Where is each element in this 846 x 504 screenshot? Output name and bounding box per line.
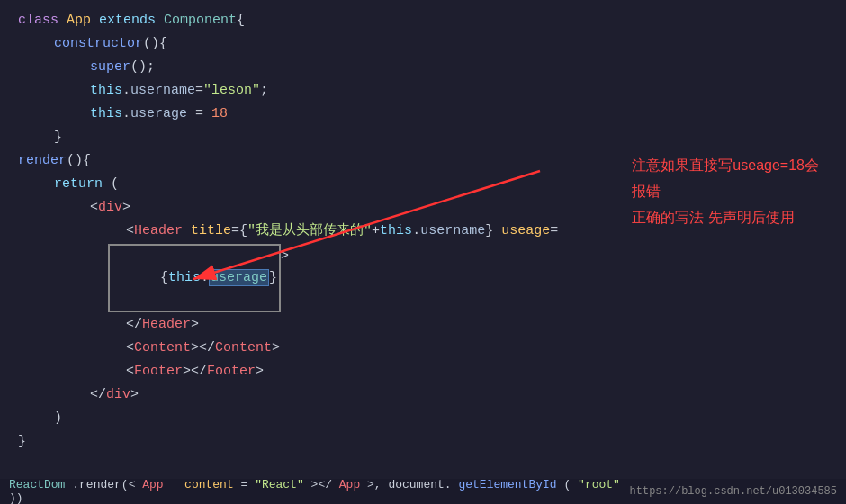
bottom-bar: ReactDom .render(< App content = "React"… — [0, 479, 846, 504]
keyword-return: return — [54, 174, 103, 195]
useage-attr: useage — [501, 220, 550, 242]
username-ref: username — [420, 220, 485, 242]
username-value: "leson" — [203, 80, 260, 102]
keyword-render: render — [18, 150, 67, 172]
code-line-3: super (); — [0, 56, 846, 79]
code-line-1: class App extends Component { — [0, 9, 846, 32]
annotation-line3: 正确的写法 先声明后使用 — [632, 205, 819, 231]
div-close-tag: div — [106, 384, 130, 406]
code-line-17: } — [0, 430, 846, 454]
code-line-5: this . userage = 18 — [0, 103, 846, 126]
footer-open-tag: Footer — [134, 361, 183, 382]
footer-close-tag: Footer — [207, 361, 256, 382]
annotation-line1: 注意如果直接写useage=18会 — [632, 153, 819, 179]
keyword-class: class — [18, 10, 58, 32]
code-line-14: < Footer ></ Footer > — [0, 360, 846, 383]
userage-highlight-box: {this.userage} — [108, 244, 281, 312]
annotation-box: 注意如果直接写useage=18会 报错 正确的写法 先声明后使用 — [632, 153, 819, 230]
code-line-15: </ div > — [0, 383, 846, 407]
code-editor: class App extends Component { constructo… — [0, 0, 846, 504]
this-keyword-4: this — [168, 270, 201, 285]
annotation-line2: 报错 — [632, 179, 819, 205]
code-line-16: ) — [0, 407, 846, 430]
header-open-tag: Header — [134, 220, 183, 242]
code-line-2: constructor (){ — [0, 32, 846, 56]
this-keyword-2: this — [90, 104, 122, 125]
code-line-12: </ Header > — [0, 313, 846, 337]
content-close-tag: Content — [215, 338, 272, 359]
keyword-extends: extends — [99, 10, 156, 32]
class-parent: Component — [164, 10, 237, 32]
code-line-11: {this.userage} > — [0, 243, 846, 313]
code-line-6: } — [0, 126, 846, 149]
content-open-tag: Content — [134, 338, 191, 359]
bottom-code-line: ReactDom .render(< App content = "React"… — [9, 478, 630, 504]
code-line-4: this . username = "leson" ; — [0, 79, 846, 103]
this-keyword-1: this — [90, 80, 122, 102]
this-keyword-3: this — [380, 220, 412, 242]
code-line-13: < Content ></ Content > — [0, 337, 846, 360]
title-attr: title — [191, 220, 231, 242]
userage-prop: userage — [130, 104, 187, 125]
class-name: App — [67, 10, 91, 32]
blog-url: https://blog.csdn.net/u013034585 — [630, 485, 837, 498]
keyword-constructor: constructor — [54, 33, 143, 55]
title-string: "我是从头部传来的" — [248, 220, 372, 242]
userage-value: 18 — [212, 104, 228, 125]
keyword-super: super — [90, 57, 130, 78]
userage-highlighted: userage — [209, 269, 269, 286]
header-close-tag: Header — [142, 314, 191, 336]
div-open-tag: div — [98, 197, 122, 219]
username-prop: username — [130, 80, 195, 102]
